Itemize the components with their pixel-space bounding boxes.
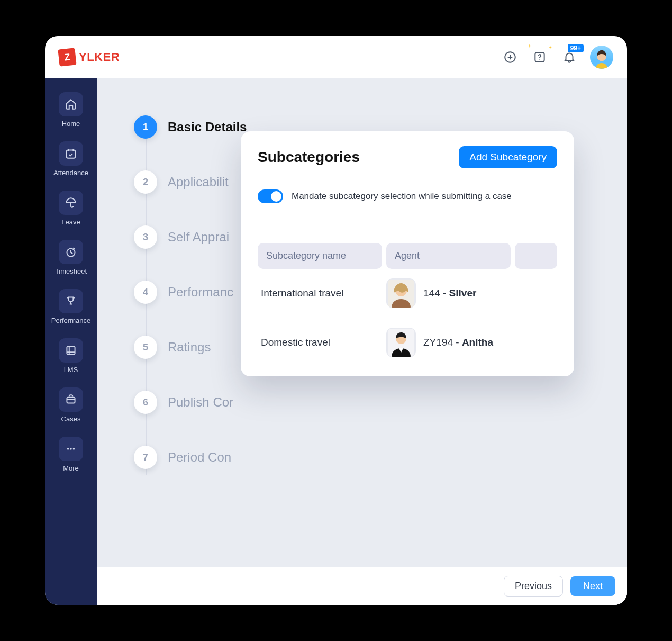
card-title: Subcategories xyxy=(258,149,360,166)
sidebar: Home Attendance Leave Timesheet Performa… xyxy=(45,78,97,605)
svg-point-2 xyxy=(539,59,540,59)
more-icon xyxy=(64,442,78,456)
step-label: Publish Cor xyxy=(168,395,233,410)
step-self-appraisal[interactable]: 3 Self Apprai xyxy=(134,225,247,249)
step-number: 6 xyxy=(134,391,157,414)
trophy-icon xyxy=(64,294,78,308)
help-icon xyxy=(533,50,547,64)
main-area: 1 Basic Details 2 Applicabilit 3 Self Ap… xyxy=(97,78,627,605)
step-label: Period Con xyxy=(168,450,231,465)
step-label: Ratings xyxy=(168,340,211,355)
svg-rect-4 xyxy=(66,150,75,158)
app-window: Z YLKER 99+ xyxy=(45,36,627,605)
umbrella-icon xyxy=(64,196,78,210)
calendar-check-icon xyxy=(64,147,78,160)
column-agent: Agent xyxy=(386,243,511,269)
column-actions xyxy=(515,243,557,269)
step-basic-details[interactable]: 1 Basic Details xyxy=(134,115,247,139)
agent-name: ZY194 - Anitha xyxy=(423,337,493,348)
notification-badge: 99+ xyxy=(568,44,584,52)
clock-icon xyxy=(64,245,78,259)
column-subcategory-name: Subcategory name xyxy=(258,243,382,269)
step-number: 3 xyxy=(134,225,157,249)
svg-point-10 xyxy=(73,448,75,449)
step-ratings[interactable]: 5 Ratings xyxy=(134,336,247,359)
previous-button[interactable]: Previous xyxy=(504,576,563,597)
brand-tile: Z xyxy=(58,48,76,66)
sidebar-item-more[interactable]: More xyxy=(49,431,93,480)
step-number: 5 xyxy=(134,336,157,359)
body: Home Attendance Leave Timesheet Performa… xyxy=(45,78,627,605)
step-performance[interactable]: 4 Performanc xyxy=(134,281,247,304)
sidebar-item-home[interactable]: Home xyxy=(49,87,93,135)
avatar-icon xyxy=(592,48,611,69)
step-applicability[interactable]: 2 Applicabilit xyxy=(134,170,247,194)
step-label: Self Apprai xyxy=(168,230,229,245)
mandate-toggle-label: Mandate subcategory selection while subm… xyxy=(292,191,512,202)
sidebar-item-label: More xyxy=(63,464,79,472)
sparkle-icon xyxy=(549,46,552,49)
sidebar-item-label: Attendance xyxy=(53,169,88,177)
table-row[interactable]: Domestic travel ZY194 - Anitha xyxy=(258,318,557,367)
sidebar-item-label: Timesheet xyxy=(55,267,87,275)
sidebar-item-label: Performance xyxy=(51,317,90,324)
step-label: Performanc xyxy=(168,285,233,300)
step-number: 1 xyxy=(134,115,157,139)
next-button[interactable]: Next xyxy=(570,576,615,596)
home-icon xyxy=(64,97,78,111)
agent-name: 144 - Silver xyxy=(423,287,476,299)
footer: Previous Next xyxy=(97,567,627,605)
sidebar-item-performance[interactable]: Performance xyxy=(49,284,93,332)
help-button[interactable] xyxy=(531,48,549,66)
mandate-toggle[interactable] xyxy=(258,189,283,203)
svg-rect-6 xyxy=(67,346,75,354)
sidebar-item-label: Home xyxy=(62,120,80,128)
sparkle-icon xyxy=(528,44,532,48)
subcategories-card: Subcategories Add Subcategory Mandate su… xyxy=(241,131,574,376)
plus-circle-icon xyxy=(503,50,517,64)
subcategory-name: International travel xyxy=(261,287,382,299)
sidebar-item-lms[interactable]: LMS xyxy=(49,333,93,381)
book-icon xyxy=(64,344,78,357)
svg-point-8 xyxy=(67,448,69,449)
top-actions: 99+ xyxy=(501,46,613,69)
sidebar-item-label: Leave xyxy=(61,218,80,226)
svg-point-9 xyxy=(70,448,71,449)
table-row[interactable]: International travel 144 - Silver xyxy=(258,269,557,318)
subcategory-table: Subcategory name Agent International tra… xyxy=(258,233,557,367)
brand-logo[interactable]: Z YLKER xyxy=(59,49,120,66)
step-label: Basic Details xyxy=(168,120,247,134)
add-subcategory-button[interactable]: Add Subcategory xyxy=(459,146,557,168)
agent-avatar xyxy=(386,328,416,357)
step-label: Applicabilit xyxy=(168,175,229,189)
sidebar-item-label: Cases xyxy=(61,415,81,423)
subcategory-name: Domestic travel xyxy=(261,337,382,348)
stepper: 1 Basic Details 2 Applicabilit 3 Self Ap… xyxy=(134,115,247,469)
step-period[interactable]: 7 Period Con xyxy=(134,446,247,469)
sidebar-item-label: LMS xyxy=(64,366,78,374)
notifications-button[interactable]: 99+ xyxy=(560,48,578,66)
add-button[interactable] xyxy=(501,48,519,66)
step-number: 7 xyxy=(134,446,157,469)
briefcase-icon xyxy=(64,393,78,407)
brand-name: YLKER xyxy=(79,50,120,64)
step-number: 4 xyxy=(134,281,157,304)
sidebar-item-cases[interactable]: Cases xyxy=(49,382,93,430)
step-number: 2 xyxy=(134,170,157,194)
sidebar-item-attendance[interactable]: Attendance xyxy=(49,136,93,184)
profile-avatar[interactable] xyxy=(590,46,613,69)
agent-avatar xyxy=(386,278,416,308)
sidebar-item-timesheet[interactable]: Timesheet xyxy=(49,234,93,283)
sidebar-item-leave[interactable]: Leave xyxy=(49,185,93,233)
step-publish[interactable]: 6 Publish Cor xyxy=(134,391,247,414)
svg-rect-7 xyxy=(67,398,75,403)
topbar: Z YLKER 99+ xyxy=(45,36,627,78)
